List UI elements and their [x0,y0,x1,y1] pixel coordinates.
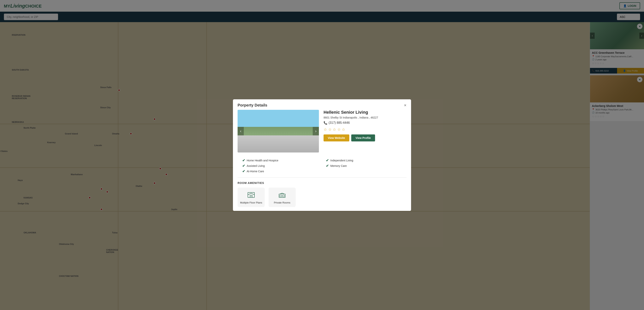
service-label-5: Memory Care [330,164,347,168]
modal-close-button[interactable]: × [404,103,406,108]
modal-prev-image-button[interactable]: ‹ [238,127,244,135]
check-icon-4: ✔ [326,158,329,163]
svg-rect-5 [280,195,282,197]
svg-rect-4 [279,194,285,198]
amenity-item-2: Private Rooms [268,188,296,207]
view-website-button[interactable]: View Website [324,134,349,141]
service-item-5: ✔ Memory Care [326,164,402,168]
modal-property-stars: ☆ ☆ ☆ ☆ ☆ [324,127,406,132]
modal-top-section: ‹ › Hellenic Senior Living 8601 Shelby S… [233,110,411,156]
phone-icon-modal: 📞 [324,121,328,125]
modal-property-image: ‹ › [238,110,319,152]
modal-property-address: 8601 Shelby St Indianapolis , Indiana , … [324,116,406,119]
check-icon-5: ✔ [326,164,329,168]
service-label-4: Independent Living [330,159,353,162]
svg-rect-6 [282,195,284,197]
modal-property-info: Hellenic Senior Living 8601 Shelby St In… [324,110,406,152]
service-item-1: ✔ Home Health and Hospice [242,158,318,163]
amenities-grid: Multiple Floor Plans Private Rooms [238,188,406,207]
check-icon-1: ✔ [242,158,245,163]
modal-amenities-section: ROOM AMENITIES Multiple Floor Plans [233,178,411,211]
amenity-item-1: Multiple Floor Plans [238,188,265,207]
modal-title: Porperty Details [238,103,267,107]
service-item-2: ✔ Assisted Living [242,164,318,168]
modal-services-section: ✔ Home Health and Hospice ✔ Independent … [238,156,406,178]
view-profile-button-modal[interactable]: View Profile [351,134,375,141]
service-item-3: ✔ At-Home Care [242,169,318,174]
service-item-4: ✔ Independent Living [326,158,402,163]
modal-property-name: Hellenic Senior Living [324,110,406,115]
floor-plans-icon [247,191,255,200]
property-details-modal: Porperty Details × ‹ › Hellenic Senior L… [233,99,411,211]
check-icon-3: ✔ [242,169,245,174]
modal-action-buttons: View Website View Profile [324,134,406,141]
service-label-1: Home Health and Hospice [247,159,278,162]
modal-overlay: Porperty Details × ‹ › Hellenic Senior L… [0,0,644,310]
modal-next-image-button[interactable]: › [313,127,319,135]
amenities-title: ROOM AMENITIES [238,181,406,185]
amenity-label-1: Multiple Floor Plans [240,201,262,204]
modal-property-phone: 📞 (317) 885-4446 [324,121,406,125]
modal-header: Porperty Details × [233,99,411,110]
amenity-label-2: Private Rooms [274,201,290,204]
service-label-2: Assisted Living [247,164,265,168]
check-icon-2: ✔ [242,164,245,168]
service-label-3: At-Home Care [247,170,264,173]
private-rooms-icon [278,191,286,200]
